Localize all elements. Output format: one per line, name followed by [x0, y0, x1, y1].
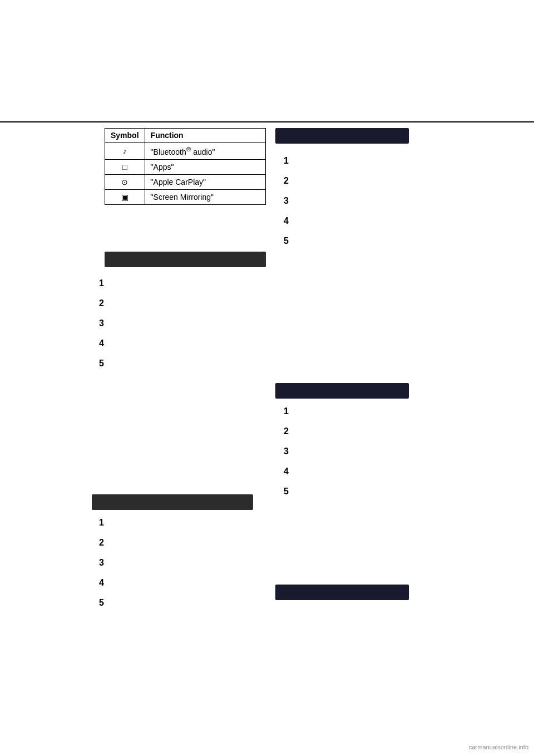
num-2: 2 [284, 426, 291, 436]
list-item: 4 [284, 216, 296, 226]
num-5: 5 [99, 359, 107, 369]
list-item: 1 [284, 406, 296, 416]
num-5: 5 [284, 236, 291, 246]
table-header-function: Function [145, 129, 265, 143]
num-1: 1 [284, 156, 291, 166]
num-3: 3 [284, 446, 291, 456]
list-item: 5 [284, 487, 296, 497]
list-item: 4 [99, 338, 111, 348]
watermark: carmanualsonline.info [469, 744, 528, 750]
list-item: 3 [99, 318, 111, 328]
list-item: 1 [99, 518, 111, 528]
num-5: 5 [99, 598, 107, 608]
symbol-function-table: Symbol Function ♪ "Bluetooth® audio" □ "… [105, 128, 266, 205]
top-rule [0, 121, 534, 122]
num-2: 2 [284, 176, 291, 186]
table-row: ▣ "Screen Mirroring" [105, 189, 266, 204]
list-item: 3 [284, 446, 296, 456]
symbol-apps: □ [105, 159, 145, 174]
symbol-mirror: ▣ [105, 189, 145, 204]
section-bar-mid-right [275, 383, 409, 399]
list-item: 2 [99, 538, 111, 548]
section-bar-left-below-table [105, 252, 266, 267]
list-item: 5 [99, 598, 111, 608]
numbered-list-left-mid: 1 2 3 4 5 [99, 278, 111, 369]
function-bluetooth: "Bluetooth® audio" [145, 143, 265, 160]
section-bar-top-right [275, 128, 409, 144]
section-bar-bot-right [275, 585, 409, 600]
numbered-list-right-top: 1 2 3 4 5 [284, 156, 296, 246]
table-header-symbol: Symbol [105, 129, 145, 143]
num-2: 2 [99, 298, 107, 308]
list-item: 1 [284, 156, 296, 166]
section-bar-bot-left [92, 494, 253, 510]
list-item: 5 [284, 236, 296, 246]
list-item: 2 [284, 426, 296, 436]
page-container: Symbol Function ♪ "Bluetooth® audio" □ "… [0, 0, 534, 756]
symbol-carplay: ⊙ [105, 174, 145, 189]
symbol-music: ♪ [105, 143, 145, 160]
function-apps: "Apps" [145, 159, 265, 174]
num-5: 5 [284, 487, 291, 497]
num-1: 1 [99, 278, 107, 288]
list-item: 2 [284, 176, 296, 186]
list-item: 2 [99, 298, 111, 308]
numbered-list-left-bot: 1 2 3 4 5 [99, 518, 111, 608]
list-item: 3 [284, 196, 296, 206]
function-mirror: "Screen Mirroring" [145, 189, 265, 204]
table-row: ⊙ "Apple CarPlay" [105, 174, 266, 189]
num-4: 4 [99, 338, 107, 348]
num-3: 3 [284, 196, 291, 206]
num-4: 4 [284, 467, 291, 477]
function-carplay: "Apple CarPlay" [145, 174, 265, 189]
list-item: 5 [99, 359, 111, 369]
table-row: ♪ "Bluetooth® audio" [105, 143, 266, 160]
num-3: 3 [99, 318, 107, 328]
num-1: 1 [99, 518, 107, 528]
num-4: 4 [284, 216, 291, 226]
num-4: 4 [99, 578, 107, 588]
num-2: 2 [99, 538, 107, 548]
list-item: 3 [99, 558, 111, 568]
list-item: 1 [99, 278, 111, 288]
list-item: 4 [99, 578, 111, 588]
numbered-list-right-mid: 1 2 3 4 5 [284, 406, 296, 497]
num-1: 1 [284, 406, 291, 416]
table-row: □ "Apps" [105, 159, 266, 174]
num-3: 3 [99, 558, 107, 568]
list-item: 4 [284, 467, 296, 477]
